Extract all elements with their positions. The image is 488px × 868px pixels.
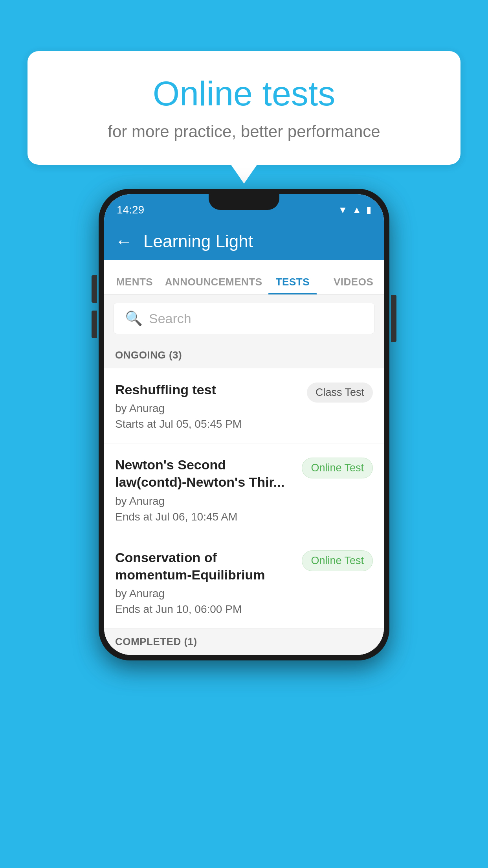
test-item-1[interactable]: Reshuffling test by Anurag Starts at Jul… (104, 368, 384, 443)
signal-icon: ▲ (352, 204, 361, 215)
phone-outer: 14:29 ▼ ▲ ▮ ← Learning Light MENTS ANNOU… (99, 189, 389, 660)
volume-up-button (92, 275, 97, 303)
bubble-title: Online tests (59, 75, 429, 113)
test-title-1: Reshuffling test (115, 381, 299, 398)
volume-down-button (92, 311, 97, 338)
search-bar[interactable]: 🔍 Search (114, 303, 374, 334)
phone-frame: 14:29 ▼ ▲ ▮ ← Learning Light MENTS ANNOU… (99, 189, 389, 660)
test-title-3: Conservation of momentum-Equilibrium (115, 549, 294, 583)
app-header: ← Learning Light (104, 223, 384, 260)
test-list: Reshuffling test by Anurag Starts at Jul… (104, 368, 384, 629)
test-time-1: Starts at Jul 05, 05:45 PM (115, 418, 299, 430)
phone-screen: 14:29 ▼ ▲ ▮ ← Learning Light MENTS ANNOU… (104, 194, 384, 655)
tab-videos[interactable]: VIDEOS (323, 260, 384, 294)
tab-tests[interactable]: TESTS (262, 260, 323, 294)
test-author-1: by Anurag (115, 402, 299, 415)
speech-bubble: Online tests for more practice, better p… (28, 51, 460, 165)
wifi-icon: ▼ (338, 204, 347, 215)
search-container: 🔍 Search (104, 295, 384, 342)
test-badge-2: Online Test (302, 458, 373, 478)
test-item-3[interactable]: Conservation of momentum-Equilibrium by … (104, 536, 384, 629)
back-button[interactable]: ← (115, 232, 132, 251)
search-placeholder: Search (149, 311, 191, 326)
test-info-2: Newton's Second law(contd)-Newton's Thir… (115, 456, 294, 523)
test-info-1: Reshuffling test by Anurag Starts at Jul… (115, 381, 299, 430)
test-time-2: Ends at Jul 06, 10:45 AM (115, 511, 294, 523)
completed-section-header: COMPLETED (1) (104, 629, 384, 655)
phone-notch (209, 194, 279, 210)
status-time: 14:29 (117, 204, 144, 216)
test-author-3: by Anurag (115, 587, 294, 600)
search-icon: 🔍 (125, 310, 143, 327)
test-badge-1: Class Test (307, 383, 373, 403)
status-icons: ▼ ▲ ▮ (338, 204, 371, 215)
test-info-3: Conservation of momentum-Equilibrium by … (115, 549, 294, 616)
test-author-2: by Anurag (115, 495, 294, 508)
test-item-2[interactable]: Newton's Second law(contd)-Newton's Thir… (104, 443, 384, 536)
promo-section: Online tests for more practice, better p… (28, 51, 460, 165)
battery-icon: ▮ (366, 204, 371, 215)
test-badge-3: Online Test (302, 550, 373, 571)
ongoing-section-header: ONGOING (3) (104, 342, 384, 368)
test-time-3: Ends at Jun 10, 06:00 PM (115, 603, 294, 616)
test-title-2: Newton's Second law(contd)-Newton's Thir… (115, 456, 294, 491)
bubble-subtitle: for more practice, better performance (59, 122, 429, 141)
tab-ments[interactable]: MENTS (104, 260, 165, 294)
tab-bar: MENTS ANNOUNCEMENTS TESTS VIDEOS (104, 260, 384, 295)
power-button (391, 295, 396, 342)
tab-announcements[interactable]: ANNOUNCEMENTS (165, 260, 262, 294)
app-title: Learning Light (143, 232, 253, 251)
